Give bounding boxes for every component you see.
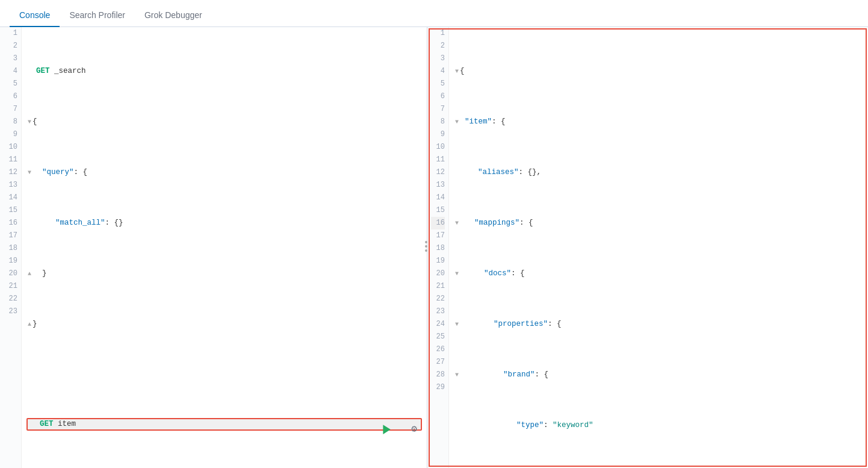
- endpoint-1: _search: [54, 65, 86, 78]
- right-code-lines[interactable]: ▼ { ▼ "item": { "aliases": {}, ▼ "mappin…: [449, 27, 868, 468]
- tab-grok-debugger[interactable]: Grok Debugger: [135, 4, 212, 27]
- code-line-5: ▲ }: [26, 267, 422, 280]
- r-fold-1[interactable]: ▼: [454, 65, 460, 78]
- method-get-1: GET: [36, 65, 50, 78]
- tab-bar: Console Search Profiler Grok Debugger: [0, 0, 868, 27]
- fold-5[interactable]: ▲: [26, 267, 33, 280]
- panel-divider[interactable]: [425, 241, 427, 252]
- close-6: }: [33, 318, 37, 331]
- endpoint-8: item: [58, 418, 76, 431]
- r-brace-1: {: [460, 65, 465, 78]
- svg-marker-0: [383, 425, 391, 434]
- r-code-line-8: "type": "keyword": [454, 419, 863, 432]
- right-line-numbers: 1 2 3 4 5 6 7 8 9 10 11 12 13 14 15 16 1…: [427, 27, 449, 468]
- method-get-8: GET: [40, 418, 54, 431]
- r-code-line-2: ▼ "item": {: [454, 116, 863, 128]
- brace-2: {: [33, 116, 37, 128]
- settings-icon[interactable]: ⚙: [411, 423, 417, 436]
- r-code-line-6: ▼ "properties": {: [454, 318, 863, 331]
- left-code-lines[interactable]: GET _search ▼ { ▼ "query": { "match_all"…: [22, 27, 427, 468]
- main-layout: 1 2 3 4 5 6 7 8 9 10 11 12 13 14 15 16 1…: [0, 27, 868, 468]
- play-icon: [381, 424, 392, 435]
- code-line-3: ▼ "query": {: [26, 166, 422, 179]
- fold-6[interactable]: ▲: [26, 318, 33, 331]
- r-code-line-1: ▼ {: [454, 65, 863, 78]
- left-code-area[interactable]: 1 2 3 4 5 6 7 8 9 10 11 12 13 14 15 16 1…: [0, 27, 427, 468]
- code-line-8[interactable]: GET item ⚙: [26, 418, 422, 431]
- code-line-7: [26, 369, 422, 381]
- r-fold-6[interactable]: ▼: [454, 318, 460, 331]
- right-code-area[interactable]: 1 2 3 4 5 6 7 8 9 10 11 12 13 14 15 16 1…: [427, 27, 868, 468]
- r-fold-2[interactable]: ▼: [454, 116, 460, 128]
- close-5: }: [42, 267, 47, 280]
- code-line-4: "match_all": {}: [26, 217, 422, 229]
- right-panel: 1 2 3 4 5 6 7 8 9 10 11 12 13 14 15 16 1…: [427, 27, 868, 468]
- r-fold-7[interactable]: ▼: [454, 369, 460, 381]
- left-panel: 1 2 3 4 5 6 7 8 9 10 11 12 13 14 15 16 1…: [0, 27, 427, 468]
- r-fold-5[interactable]: ▼: [454, 267, 460, 280]
- tab-search-profiler[interactable]: Search Profiler: [60, 4, 135, 27]
- r-code-line-7: ▼ "brand": {: [454, 369, 863, 381]
- key-match-all: "match_all": {}: [55, 217, 123, 229]
- run-button[interactable]: [380, 423, 393, 436]
- r-fold-4[interactable]: ▼: [454, 217, 460, 229]
- fold-3[interactable]: ▼: [26, 166, 33, 179]
- left-line-numbers: 1 2 3 4 5 6 7 8 9 10 11 12 13 14 15 16 1…: [0, 27, 22, 468]
- code-line-2: ▼ {: [26, 116, 422, 128]
- key-query: "query": {: [42, 166, 87, 179]
- code-line-6: ▲ }: [26, 318, 422, 331]
- r-code-line-3: "aliases": {},: [454, 166, 863, 179]
- tab-console[interactable]: Console: [10, 4, 60, 27]
- fold-2[interactable]: ▼: [26, 116, 33, 128]
- code-line-1: GET _search: [26, 65, 422, 78]
- r-code-line-4: ▼ "mappings": {: [454, 217, 863, 229]
- r-code-line-5: ▼ "docs": {: [454, 267, 863, 280]
